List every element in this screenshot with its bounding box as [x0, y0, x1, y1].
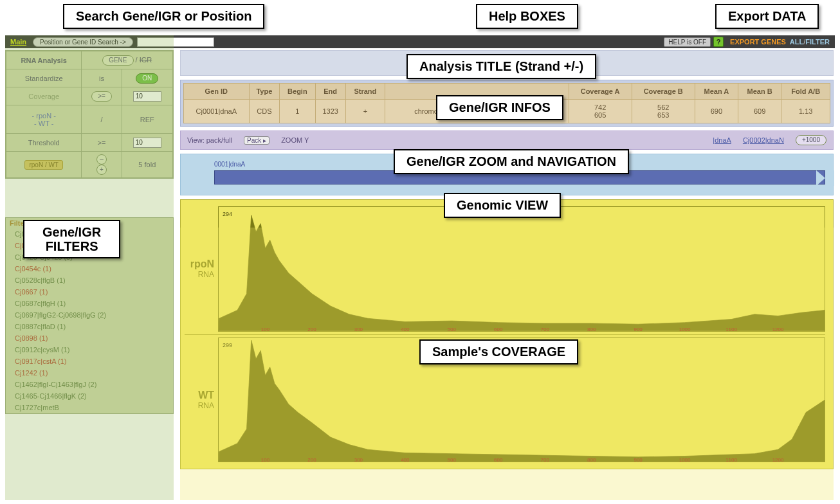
ratio-value: 5 fold: [122, 152, 172, 178]
list-item[interactable]: Cj1462|flgI-Cj1463|flgJ (2): [6, 379, 173, 390]
axis-tick: 100: [261, 457, 269, 462]
axis-tick: 1000: [679, 327, 691, 332]
help-box: HELP is OFF ?: [664, 37, 730, 47]
axis-tick: 1100: [726, 327, 737, 332]
coverage-op-pill[interactable]: >=: [91, 91, 112, 102]
list-item[interactable]: Cj1465-Cj1466|flgK (2): [6, 390, 173, 402]
axis-tick: 700: [541, 327, 549, 332]
threshold-input[interactable]: [133, 138, 161, 148]
list-item[interactable]: Cj0917c|cstA (1): [6, 356, 173, 367]
list-item[interactable]: Cj0454c (1): [6, 263, 173, 274]
view-select[interactable]: Pack ▸: [244, 136, 269, 145]
list-item[interactable]: Cj0697|flgG2-Cj0698|flgG (2): [6, 309, 173, 321]
callout-title: Analysis TITLE (Strand +/-): [406, 54, 596, 79]
axis-tick: 900: [634, 327, 642, 332]
callout-filters: Gene/IGR FILTERS: [23, 220, 120, 258]
axis-tick: 300: [354, 457, 363, 462]
col-header: Coverage A: [569, 84, 632, 100]
list-item[interactable]: Cj0887c|flaD (1): [6, 321, 173, 332]
coverage-input[interactable]: [133, 91, 161, 102]
list-item[interactable]: Cj0667 (1): [6, 286, 173, 298]
list-item[interactable]: Cj1727c|metB: [6, 402, 173, 413]
callout-gv: Genomic VIEW: [444, 193, 561, 218]
export-label: EXPORT GENES: [730, 38, 790, 46]
axis-tick: 200: [307, 327, 316, 332]
ratio-minus-button[interactable]: –: [96, 154, 107, 165]
row-samples-right: REF: [122, 105, 172, 134]
zoom-nav-band: View: pack/full Pack ▸ ZOOM Y |dnaA Cj00…: [180, 130, 834, 150]
col-header: Gen ID: [184, 84, 250, 100]
export-filter-link[interactable]: FILTER: [805, 38, 830, 46]
track-sub: RNA: [185, 401, 214, 410]
callout-help: Help BOXES: [476, 4, 578, 29]
list-item[interactable]: Cj1242 (1): [6, 367, 173, 379]
track-name: rpoN: [185, 258, 214, 270]
callout-coverage: Sample's COVERAGE: [419, 339, 578, 364]
gene-igr-toggle[interactable]: GENE / IGR: [82, 51, 173, 69]
igr-pill[interactable]: IGR: [140, 56, 152, 64]
ratio-plus-button[interactable]: +: [96, 165, 107, 175]
search-label-pill[interactable]: Position or Gene ID Search ->: [33, 37, 133, 47]
callout-filters-l1: Gene/IGR: [42, 225, 101, 239]
coverage-plot-rpon[interactable]: 294 100200300400500600700800900100011001…: [218, 206, 825, 332]
axis-tick: 800: [587, 457, 596, 462]
gene-pill[interactable]: GENE: [102, 55, 133, 66]
col-header: Mean B: [738, 84, 781, 100]
list-item[interactable]: Cj0528c|flgB (1): [6, 274, 173, 286]
callout-infos: Gene/IGR INFOS: [436, 95, 563, 120]
axis-tick: 1100: [726, 457, 737, 462]
col-header: Type: [249, 84, 280, 100]
axis-tick: 300: [354, 327, 363, 332]
axis-tick: 400: [401, 327, 409, 332]
axis-tick: 500: [448, 327, 456, 332]
filter-head: RNA Analysis: [6, 51, 82, 69]
col-header: Strand: [345, 84, 385, 100]
row-standardize-v: is: [82, 69, 122, 87]
view-label: View: pack/full: [187, 136, 232, 144]
nav-link-prev[interactable]: |dnaA: [713, 136, 731, 144]
row-coverage-k: Coverage: [6, 87, 82, 105]
help-icon[interactable]: ?: [713, 37, 724, 47]
list-item[interactable]: Cj0912c|cysM (1): [6, 344, 173, 356]
export-all-link[interactable]: ALL: [790, 38, 803, 46]
axis-tick: 200: [307, 457, 316, 462]
axis-tick: 600: [494, 457, 502, 462]
ratio-buttons: – +: [82, 152, 122, 178]
row-threshold-op: >=: [82, 134, 122, 152]
axis-tick: 100: [261, 327, 269, 332]
list-item[interactable]: Cj0687c|flgH (1): [6, 298, 173, 309]
zoom-label: ZOOM Y: [281, 136, 309, 144]
axis-tick: 500: [448, 457, 456, 462]
search-input[interactable]: [137, 37, 214, 47]
row-samples-mid: /: [82, 105, 122, 134]
callout-search: Search Gene/IGR or Position: [63, 4, 264, 29]
track-rpon: rpoN RNA 294 100200300400500600700800900…: [185, 204, 825, 334]
callout-export: Export DATA: [715, 4, 819, 29]
axis-tick: 700: [541, 457, 549, 462]
filter-panel: RNA Analysis GENE / IGR Standardize is O…: [5, 50, 174, 179]
nav-plus1000-button[interactable]: +1000: [796, 135, 826, 145]
col-header: Coverage B: [632, 84, 695, 100]
coverage-band: rpoN RNA 294 100200300400500600700800900…: [180, 199, 834, 469]
axis-tick: 900: [634, 457, 642, 462]
main-link[interactable]: Main: [5, 38, 32, 46]
standardize-on-pill[interactable]: ON: [136, 73, 158, 84]
axis-tick: 800: [587, 327, 596, 332]
list-item[interactable]: Cj0898 (1): [6, 332, 173, 344]
nav-link-next[interactable]: Cj0002|dnaN: [743, 136, 784, 144]
ratio-pill[interactable]: rpoN / WT: [24, 160, 63, 170]
callout-filters-l2: FILTERS: [42, 239, 101, 253]
track-sub: RNA: [185, 270, 214, 279]
track-name: WT: [185, 390, 214, 401]
axis-tick: 600: [494, 327, 502, 332]
axis-tick: 1200: [772, 457, 784, 462]
col-header: End: [315, 84, 345, 100]
col-header: Fold A/B: [781, 84, 830, 100]
help-toggle[interactable]: HELP is OFF: [664, 37, 711, 47]
axis-tick: 1000: [679, 457, 691, 462]
row-samples-left: - rpoN - - WT -: [6, 105, 82, 134]
axis-tick: 1200: [772, 327, 784, 332]
callout-zoom: Gene/IGR ZOOM and NAVIGATION: [394, 149, 629, 174]
row-threshold-k: Threshold: [6, 134, 82, 152]
col-header: Begin: [280, 84, 316, 100]
